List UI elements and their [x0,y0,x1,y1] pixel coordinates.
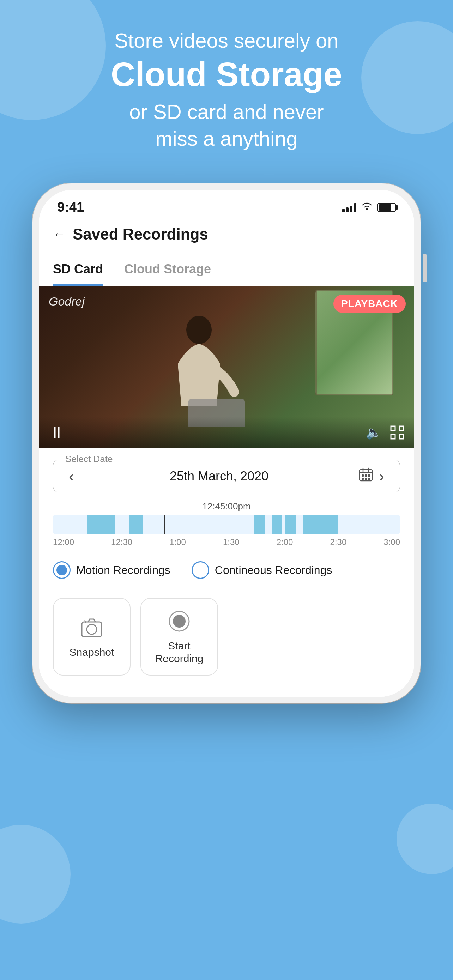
back-button[interactable]: ← [53,227,66,242]
date-value: 25th March, 2020 [80,469,359,484]
date-picker-label: Select Date [62,453,116,465]
motion-recordings-option[interactable]: Motion Recordings [53,561,170,579]
hero-section: Store videos securely on Cloud Storage o… [0,28,453,152]
timeline-labels: 12:00 12:30 1:00 1:30 2:00 2:30 3:00 [53,537,400,547]
phone-outer-shell: 9:41 [32,183,421,703]
app-header: ← Saved Recordings [39,218,414,252]
status-bar: 9:41 [39,190,414,218]
status-icons [342,201,396,213]
phone-side-button [423,254,427,282]
timeline-track-wrapper[interactable] [53,515,400,535]
radio-inner-dot [56,565,67,575]
timeline-cursor [164,515,165,535]
motion-recordings-label: Motion Recordings [76,564,170,577]
svg-rect-17 [368,478,370,480]
page-title: Saved Recordings [73,226,208,243]
start-recording-button[interactable]: StartRecording [140,598,218,676]
timeline-label: 1:00 [169,537,186,547]
timeline-label: 2:00 [277,537,293,547]
svg-rect-6 [391,434,395,439]
timeline-label: 12:00 [53,537,74,547]
snapshot-button[interactable]: Snapshot [53,598,130,676]
brand-logo: Godrej [49,294,85,308]
date-picker: Select Date ‹ 25th March, 2020 [53,460,400,492]
signal-icon [342,202,356,212]
svg-point-1 [186,316,212,344]
svg-rect-7 [399,434,404,439]
date-section: Select Date ‹ 25th March, 2020 [39,449,414,501]
pause-button[interactable]: ⏸ [49,424,64,441]
action-buttons: Snapshot StartRecording [39,587,414,697]
hero-line1: Store videos securely on [28,28,425,53]
timeline-section: 12:45:00pm 12:00 [39,501,414,553]
timeline-segment [272,515,282,535]
calendar-icon[interactable] [358,467,373,485]
timeline-track[interactable] [53,515,400,535]
timeline-segment [129,515,143,535]
timeline-label: 2:30 [330,537,347,547]
continuous-recordings-radio[interactable] [192,561,209,579]
svg-rect-16 [365,478,367,480]
tab-sd-card[interactable]: SD Card [53,252,103,286]
svg-rect-4 [391,426,395,430]
svg-point-0 [366,208,368,210]
tabs-bar: SD Card Cloud Storage [39,252,414,286]
svg-rect-15 [362,478,364,480]
svg-rect-5 [399,426,404,430]
person-silhouette [153,314,245,427]
bg-decoration-3 [0,825,71,924]
timeline-segment [254,515,265,535]
hero-line3: or SD card and never miss a anything [28,99,425,152]
svg-rect-13 [365,474,367,477]
tab-cloud-storage[interactable]: Cloud Storage [124,252,211,286]
continuous-recordings-label: Contineous Recordings [215,564,332,577]
timeline-label: 3:00 [383,537,400,547]
snapshot-label: Snapshot [70,646,114,659]
timeline-current-time: 12:45:00pm [53,501,400,512]
start-recording-icon [167,609,192,634]
status-time: 9:41 [57,200,84,215]
start-recording-label: StartRecording [155,640,203,665]
video-player: Godrej PLAYBACK ⏸ 🔈 [39,286,414,449]
fullscreen-button[interactable] [390,425,404,439]
continuous-recordings-option[interactable]: Contineous Recordings [192,561,332,579]
timeline-label: 12:30 [111,537,132,547]
phone-screen: 9:41 [39,190,414,697]
video-controls: ⏸ 🔈 [39,417,414,449]
timeline-segment [303,515,337,535]
phone-mockup: 9:41 [32,183,421,703]
playback-badge: PLAYBACK [334,294,406,313]
timeline-segment [285,515,296,535]
battery-icon [377,203,396,212]
snapshot-icon [79,615,105,640]
timeline-label: 1:30 [223,537,240,547]
svg-rect-14 [368,474,370,477]
date-prev-button[interactable]: ‹ [63,468,80,485]
wifi-icon [361,201,373,213]
bg-decoration-4 [397,803,453,874]
svg-point-19 [87,624,97,634]
svg-rect-12 [362,474,364,477]
volume-button[interactable]: 🔈 [366,425,382,440]
svg-point-21 [173,615,186,628]
date-next-button[interactable]: › [373,468,390,485]
hero-title: Cloud Storage [28,56,425,93]
timeline-segment [87,515,115,535]
motion-recordings-radio[interactable] [53,561,71,579]
recording-types: Motion Recordings Contineous Recordings [39,553,414,587]
